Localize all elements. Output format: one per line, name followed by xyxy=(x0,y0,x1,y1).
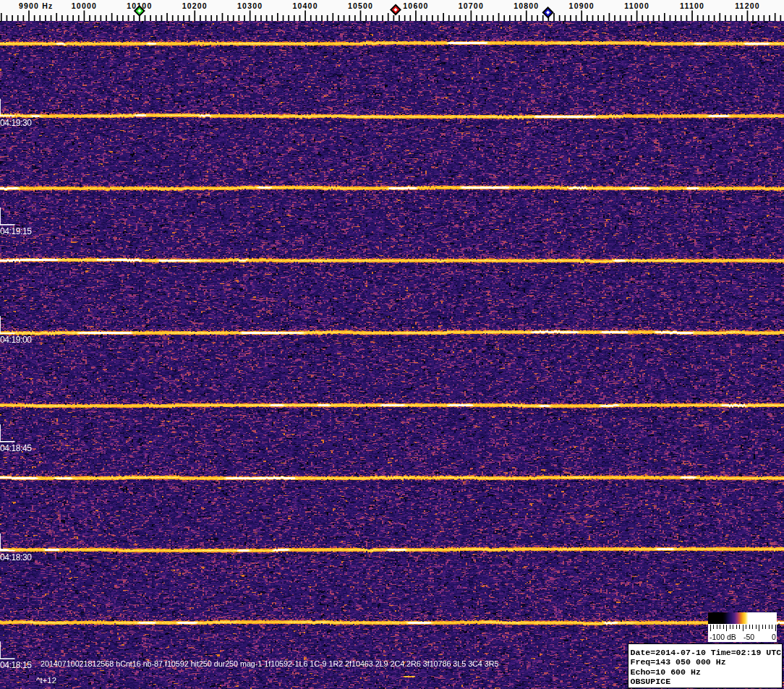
svg-text:10300: 10300 xyxy=(237,1,263,10)
svg-text:10800: 10800 xyxy=(514,1,539,10)
svg-text:9900 Hz: 9900 Hz xyxy=(19,1,54,10)
svg-text:11000: 11000 xyxy=(624,1,649,10)
svg-text:10900: 10900 xyxy=(569,1,595,10)
svg-text:11200: 11200 xyxy=(735,1,760,10)
svg-text:10600: 10600 xyxy=(403,1,428,10)
svg-text:10400: 10400 xyxy=(292,1,318,10)
svg-text:10500: 10500 xyxy=(348,1,373,10)
svg-text:10200: 10200 xyxy=(182,1,208,10)
svg-text:10000: 10000 xyxy=(72,1,97,10)
svg-text:10700: 10700 xyxy=(459,1,484,10)
svg-text:11100: 11100 xyxy=(680,1,704,10)
